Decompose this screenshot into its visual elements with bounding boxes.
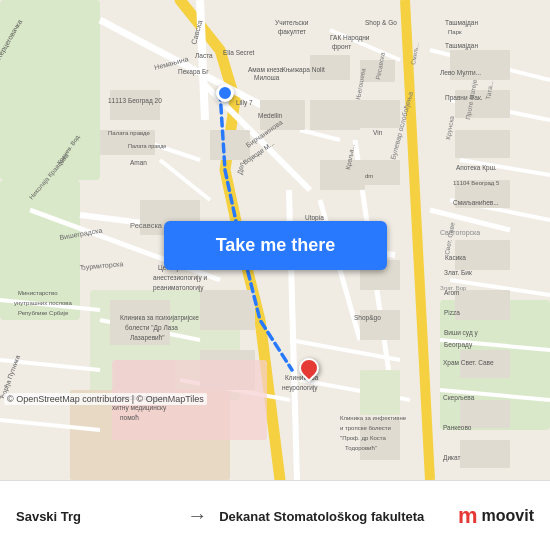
- svg-rect-53: [460, 440, 510, 468]
- info-bar: Savski Trg → Dekanat Stomatološkog fakul…: [0, 480, 550, 550]
- svg-text:Правни Фак.: Правни Фак.: [445, 94, 483, 102]
- to-name: Dekanat Stomatološkog fakulteta: [219, 509, 458, 524]
- svg-text:Апотека Крш.: Апотека Крш.: [456, 164, 497, 172]
- svg-text:Aman: Aman: [130, 159, 147, 166]
- svg-text:унутрашних послова: унутрашних послова: [14, 300, 72, 306]
- svg-text:Ella Secret: Ella Secret: [223, 49, 255, 56]
- svg-text:Палата правде: Палата правде: [108, 130, 151, 136]
- svg-text:болести "Др Лаза: болести "Др Лаза: [125, 324, 178, 332]
- svg-line-7: [200, 0, 205, 120]
- svg-text:11113 Београд 20: 11113 Београд 20: [108, 97, 162, 105]
- start-marker: [216, 84, 234, 102]
- svg-text:Београду: Београду: [444, 341, 473, 349]
- svg-text:Амам кнеза: Амам кнеза: [248, 66, 284, 73]
- svg-text:Ласта: Ласта: [195, 52, 213, 59]
- svg-text:Ташмајдан: Ташмајдан: [445, 42, 478, 50]
- svg-text:Храм Свет. Саве: Храм Свет. Саве: [443, 359, 494, 367]
- svg-rect-41: [320, 160, 365, 190]
- svg-text:факултет: факултет: [278, 28, 306, 36]
- svg-text:Скерљева: Скерљева: [443, 394, 475, 402]
- take-me-there-button[interactable]: Take me there: [164, 221, 387, 270]
- svg-text:фронт: фронт: [332, 43, 351, 51]
- svg-rect-34: [110, 90, 160, 120]
- svg-text:Парк: Парк: [448, 29, 462, 35]
- svg-text:Лево Мулти...: Лево Мулти...: [440, 69, 481, 77]
- svg-text:Пекара Бг: Пекара Бг: [178, 68, 209, 76]
- svg-text:и тропске болести: и тропске болести: [340, 425, 391, 431]
- svg-text:Lilly 7: Lilly 7: [236, 99, 253, 107]
- svg-text:Виши суд у: Виши суд у: [444, 329, 479, 337]
- svg-text:dm: dm: [365, 173, 373, 179]
- moovit-m-icon: m: [458, 503, 478, 529]
- svg-rect-37: [210, 130, 250, 160]
- svg-text:Учитељски: Учитељски: [275, 19, 309, 26]
- info-to: Dekanat Stomatološkog fakulteta: [219, 507, 458, 524]
- direction-arrow: →: [187, 504, 207, 527]
- svg-rect-60: [360, 370, 400, 415]
- svg-text:Министарство: Министарство: [18, 290, 58, 296]
- map-attribution: © OpenStreetMap contributors | © OpenMap…: [4, 393, 207, 405]
- svg-text:Arom: Arom: [444, 289, 460, 296]
- moovit-logo: m moovit: [458, 503, 534, 529]
- svg-rect-40: [310, 100, 360, 130]
- from-name: Savski Trg: [16, 509, 175, 524]
- svg-text:анестезиологију и: анестезиологију и: [153, 274, 208, 282]
- svg-text:Medellin: Medellin: [258, 112, 283, 119]
- svg-text:Shop&go: Shop&go: [354, 314, 381, 322]
- svg-rect-50: [455, 290, 510, 320]
- svg-text:реаниматологију: реаниматологију: [153, 284, 204, 292]
- svg-rect-54: [200, 290, 255, 330]
- svg-text:Ранкеово: Ранкеово: [443, 424, 472, 431]
- svg-text:Ташмајдан: Ташмајдан: [445, 19, 478, 27]
- map-container: Савска Немањина Бирчанинова Ресавска Дел…: [0, 0, 550, 480]
- svg-text:Ресавска: Ресавска: [130, 221, 163, 230]
- svg-text:Палата правде: Палата правде: [128, 143, 166, 149]
- svg-text:Vin: Vin: [373, 129, 383, 136]
- svg-text:Тодоровић": Тодоровић": [345, 445, 377, 451]
- svg-text:11104 Београд 5: 11104 Београд 5: [453, 180, 500, 186]
- svg-rect-43: [360, 100, 400, 128]
- end-marker: [296, 358, 318, 386]
- svg-text:Републике Србије: Републике Србије: [18, 310, 69, 316]
- svg-text:Злат. Бик: Злат. Бик: [444, 269, 472, 276]
- svg-text:хитну медицинску: хитну медицинску: [112, 404, 167, 412]
- info-from: Savski Trg: [16, 507, 175, 524]
- svg-text:Pizza: Pizza: [444, 309, 460, 316]
- svg-text:Клиника за психијатријске: Клиника за психијатријске: [120, 314, 199, 322]
- svg-text:Милоша: Милоша: [254, 74, 280, 81]
- svg-rect-2: [0, 180, 80, 320]
- svg-text:Лазаревић": Лазаревић": [130, 334, 165, 342]
- svg-text:Дикат: Дикат: [443, 454, 460, 462]
- svg-text:помоћ: помоћ: [120, 414, 139, 421]
- svg-text:ГАК Народни: ГАК Народни: [330, 34, 370, 42]
- svg-rect-47: [455, 130, 510, 158]
- svg-text:Клиника за инфективне: Клиника за инфективне: [340, 415, 407, 421]
- svg-text:Shop & Go: Shop & Go: [365, 19, 397, 27]
- svg-text:Смиљаниhев...: Смиљаниhев...: [453, 199, 499, 206]
- svg-text:Књижара Nolit: Књижара Nolit: [282, 66, 325, 74]
- svg-text:"Проф. др Коста: "Проф. др Коста: [340, 435, 386, 441]
- moovit-brand-text: moovit: [482, 507, 534, 525]
